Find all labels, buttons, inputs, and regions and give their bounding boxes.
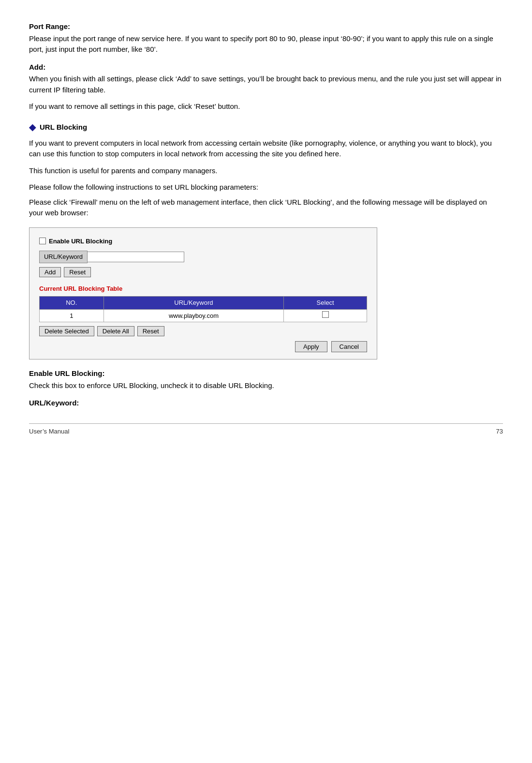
url-keyword-label: URL/Keyword: [39, 251, 88, 263]
footer: User’s Manual 73: [29, 423, 503, 439]
cell-no: 1: [40, 309, 104, 322]
url-keyword-section-title: URL/Keyword:: [29, 398, 503, 409]
enable-url-blocking-label: Enable URL Blocking: [49, 237, 112, 246]
footer-right: 73: [496, 427, 503, 436]
screenshot-box: Enable URL Blocking URL/Keyword Add Rese…: [29, 227, 377, 360]
url-blocking-intro3: Please follow the following instructions…: [29, 182, 503, 193]
col-select: Select: [284, 297, 367, 310]
delete-buttons-row: Delete Selected Delete All Reset: [39, 326, 367, 336]
col-url: URL/Keyword: [103, 297, 284, 310]
url-blocking-intro2: This function is useful for parents and …: [29, 165, 503, 177]
enable-url-blocking-section-body: Check this box to enforce URL Blocking, …: [29, 380, 503, 391]
add-button[interactable]: Add: [39, 267, 61, 277]
add-reset-row: Add Reset: [39, 267, 367, 277]
table-title: Current URL Blocking Table: [39, 284, 367, 294]
reset-button[interactable]: Reset: [64, 267, 91, 277]
url-blocking-table: NO. URL/Keyword Select 1 www.playboy.com: [39, 296, 367, 322]
apply-cancel-row: Apply Cancel: [39, 341, 367, 352]
cancel-button[interactable]: Cancel: [331, 341, 367, 352]
delete-selected-button[interactable]: Delete Selected: [39, 326, 94, 336]
footer-left: User’s Manual: [29, 427, 69, 436]
url-blocking-title: URL Blocking: [40, 122, 87, 133]
add-body: When you finish with all settings, pleas…: [29, 74, 503, 95]
port-range-body: Please input the port range of new servi…: [29, 33, 503, 55]
apply-button[interactable]: Apply: [295, 341, 327, 352]
cell-select: [284, 309, 367, 322]
url-blocking-header: ◆ URL Blocking: [29, 121, 503, 134]
reset-note: If you want to remove all settings in th…: [29, 101, 503, 112]
col-no: NO.: [40, 297, 104, 310]
table-row: 1 www.playboy.com: [40, 309, 367, 322]
reset-button2[interactable]: Reset: [137, 326, 164, 336]
enable-url-blocking-row: Enable URL Blocking: [39, 237, 367, 246]
url-keyword-input[interactable]: [88, 252, 184, 262]
url-blocking-intro1: If you want to prevent computers in loca…: [29, 138, 503, 160]
table-header-row: NO. URL/Keyword Select: [40, 297, 367, 310]
url-blocking-intro4: Please click ‘Firewall’ menu on the left…: [29, 197, 503, 219]
diamond-icon: ◆: [29, 121, 36, 134]
enable-url-blocking-checkbox[interactable]: [39, 238, 46, 244]
port-range-title: Port Range:: [29, 21, 503, 32]
cell-url: www.playboy.com: [103, 309, 284, 322]
url-keyword-row: URL/Keyword: [39, 251, 367, 263]
enable-url-blocking-section-title: Enable URL Blocking:: [29, 368, 503, 379]
row-select-checkbox[interactable]: [322, 311, 329, 318]
delete-all-button[interactable]: Delete All: [97, 326, 134, 336]
add-title: Add:: [29, 62, 503, 73]
